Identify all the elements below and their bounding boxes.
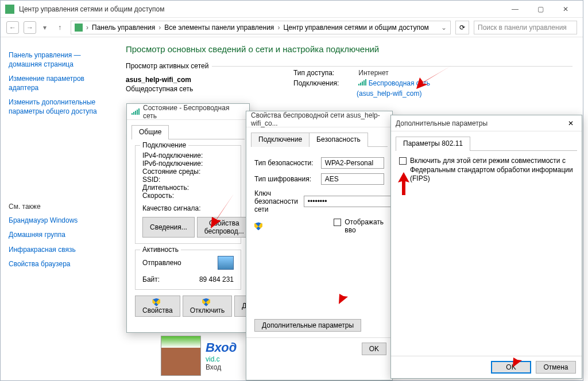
ipv4-label: IPv4-подключение:	[142, 151, 234, 160]
wifi-signal-icon	[358, 80, 366, 85]
see-also-browser[interactable]: Свойства браузера	[9, 260, 107, 269]
show-characters-label: Отображать вво	[345, 218, 384, 234]
main-title: Центр управления сетями и общим доступом	[19, 5, 502, 13]
show-characters-checkbox[interactable]: Отображать вво	[334, 218, 384, 234]
connection-group-label: Подключение	[140, 141, 188, 149]
wprops-ok-button[interactable]: OK	[362, 343, 386, 355]
minimize-button[interactable]: —	[502, 1, 528, 17]
advanced-title: Дополнительные параметры	[396, 119, 564, 127]
connection-group: Подключение IPv4-подключение: IPv6-подкл…	[135, 145, 241, 244]
wireless-properties-dialog: Свойства беспроводной сети asus_help-wif…	[246, 111, 393, 380]
breadcrumb-3[interactable]: Центр управления сетями и общим доступом	[283, 24, 429, 32]
wprops-tab-security[interactable]: Безопасность	[309, 133, 368, 147]
sidebar-link-adapter[interactable]: Изменение параметров адаптера	[9, 75, 107, 92]
see-also-firewall[interactable]: Брандмауэр Windows	[9, 216, 107, 226]
access-type-value: Интернет	[358, 69, 388, 77]
encryption-combo[interactable]: AES	[321, 173, 384, 185]
wprops-tab-connection[interactable]: Подключение	[251, 133, 310, 147]
encryption-label: Тип шифрования:	[254, 175, 315, 183]
back-button[interactable]: ←	[6, 21, 19, 34]
maximize-button[interactable]: ▢	[528, 1, 553, 17]
advanced-params-dialog: Дополнительные параметры ✕ Параметры 802…	[390, 115, 582, 379]
activity-group: Активность Отправлено Байт: 89 484 231	[135, 250, 241, 290]
ad-subtext: Вход	[206, 363, 237, 371]
breadcrumb-2[interactable]: Все элементы панели управления	[164, 24, 274, 32]
network-center-icon	[5, 5, 14, 14]
security-type-label: Тип безопасности:	[254, 159, 315, 167]
connection-link-sub[interactable]: (asus_help-wifi_com)	[357, 90, 421, 98]
ad-fragment: Вход vid.c Вход	[161, 336, 237, 376]
fips-label: Включить для этой сети режим совместимос…	[410, 157, 574, 184]
close-button[interactable]: ✕	[553, 1, 578, 17]
forward-button[interactable]: →	[24, 21, 36, 34]
shield-icon	[152, 298, 160, 306]
sidebar-link-advanced-sharing[interactable]: Изменить дополнительные параметры общего…	[9, 98, 107, 116]
ssid-label: SSID:	[142, 176, 234, 184]
breadcrumb-1[interactable]: Панель управления	[92, 24, 155, 32]
breadcrumb[interactable]: › Панель управления › Все элементы панел…	[71, 21, 451, 34]
advanced-tab-80211[interactable]: Параметры 802.11	[396, 137, 470, 151]
security-type-combo[interactable]: WPA2-Personal	[321, 157, 384, 169]
see-also-infrared[interactable]: Инфракрасная связь	[9, 246, 107, 255]
access-type-label: Тип доступа:	[293, 69, 357, 77]
signal-quality-label: Качество сигнала:	[142, 204, 234, 212]
media-state-label: Состояние среды:	[142, 168, 234, 176]
ipv6-label: IPv6-подключение:	[142, 160, 234, 168]
connection-link[interactable]: Беспроводная сеть	[369, 79, 430, 87]
disconnect-button[interactable]: Отключить	[183, 296, 233, 317]
status-dialog-title: Состояние - Беспроводная сеть	[143, 104, 245, 120]
ad-image	[161, 336, 201, 376]
up-button[interactable]: ↑	[53, 21, 66, 34]
see-also-heading: См. также	[9, 203, 107, 211]
sent-label: Отправлено	[142, 259, 181, 267]
wireless-properties-button[interactable]: Свойства беспровод...	[197, 217, 252, 238]
advanced-close-icon[interactable]: ✕	[564, 119, 577, 127]
sidebar: Панель управления — домашняя страница Из…	[1, 37, 115, 380]
activity-group-label: Активность	[140, 246, 181, 254]
breadcrumb-icon	[75, 24, 83, 32]
main-titlebar: Центр управления сетями и общим доступом…	[1, 1, 583, 18]
ad-heading: Вход	[206, 340, 237, 355]
bytes-value: 89 484 231	[199, 275, 234, 283]
ad-link[interactable]: vid.c	[206, 355, 237, 363]
bytes-label: Байт:	[142, 275, 160, 283]
active-networks-label: Просмотр активных сетей	[126, 62, 208, 70]
history-dropdown[interactable]: ▾	[41, 24, 49, 32]
see-also-homegroup[interactable]: Домашняя группа	[9, 231, 107, 240]
page-heading: Просмотр основных сведений о сети и наст…	[126, 44, 572, 54]
shield-icon	[202, 298, 210, 306]
shield-icon	[254, 222, 262, 230]
refresh-button[interactable]: ⟳	[455, 21, 469, 34]
key-label: Ключ безопасности сети	[254, 189, 298, 213]
advanced-settings-button[interactable]: Дополнительные параметры	[254, 319, 361, 332]
advanced-cancel-button[interactable]: Отмена	[536, 361, 576, 374]
fips-checkbox[interactable]: Включить для этой сети режим совместимос…	[399, 157, 574, 184]
main-toolbar: ← → ▾ ↑ › Панель управления › Все элемен…	[1, 18, 583, 37]
speed-label: Скорость:	[142, 192, 234, 200]
network-key-input[interactable]	[304, 196, 396, 207]
duration-label: Длительность:	[142, 184, 234, 192]
advanced-ok-button[interactable]: OK	[491, 361, 531, 374]
connections-label: Подключения:	[293, 79, 357, 87]
activity-icon	[218, 256, 234, 270]
status-dialog: Состояние - Беспроводная сеть Общие Подк…	[126, 103, 250, 333]
sidebar-link-home[interactable]: Панель управления — домашняя страница	[9, 51, 107, 69]
search-input[interactable]: Поиск в панели управления	[474, 21, 577, 34]
status-tab-general[interactable]: Общие	[131, 125, 169, 139]
details-button[interactable]: Сведения...	[142, 217, 195, 238]
properties-button[interactable]: Свойства	[135, 296, 180, 317]
wprops-title: Свойства беспроводной сети asus_help-wif…	[251, 111, 388, 127]
wifi-signal-icon	[131, 109, 140, 115]
